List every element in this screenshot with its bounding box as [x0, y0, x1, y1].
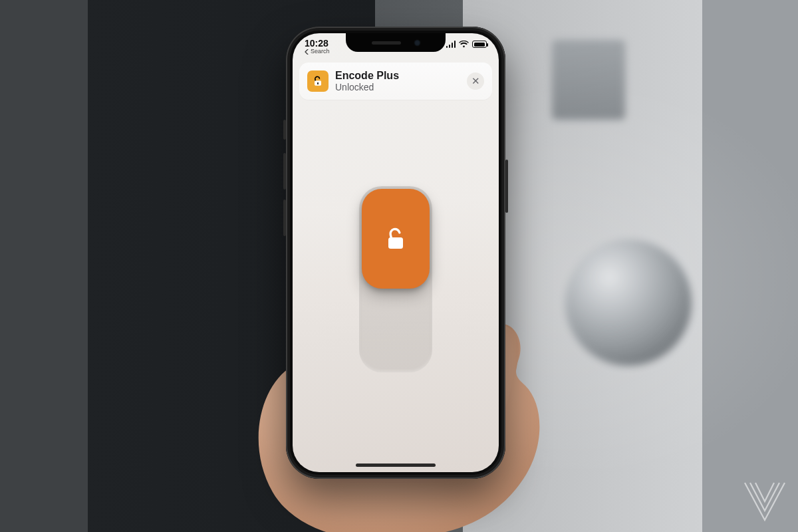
- earpiece-speaker: [372, 41, 401, 45]
- accessory-title: Encode Plus: [335, 70, 467, 82]
- cellular-signal-icon: [446, 41, 456, 48]
- close-button[interactable]: ✕: [467, 72, 484, 90]
- svg-rect-2: [388, 237, 403, 249]
- close-icon: ✕: [471, 75, 480, 86]
- accessory-status: Unlocked: [335, 82, 467, 92]
- iphone-device-frame: 10:28 Search: [286, 27, 505, 479]
- phone-screen: 10:28 Search: [293, 33, 499, 472]
- wifi-icon: [459, 41, 469, 48]
- unlocked-lock-icon: [311, 74, 325, 88]
- lock-toggle-thumb[interactable]: [362, 189, 430, 289]
- mute-switch: [283, 120, 286, 140]
- lock-toggle-track[interactable]: [359, 186, 432, 372]
- verge-watermark-icon: [741, 476, 789, 524]
- home-indicator[interactable]: [356, 464, 436, 467]
- accessory-icon-badge: [307, 70, 329, 92]
- background-door-plate: [552, 40, 625, 120]
- front-camera: [414, 40, 420, 46]
- svg-rect-1: [317, 82, 319, 84]
- hand-holding-phone: [233, 313, 579, 532]
- back-link-label: Search: [311, 49, 330, 55]
- battery-icon: [472, 41, 487, 48]
- unlocked-lock-icon: [384, 225, 407, 252]
- back-to-search-link[interactable]: Search: [305, 49, 330, 55]
- side-power-button: [505, 160, 508, 213]
- chevron-left-icon: [305, 49, 309, 55]
- photo-scene: 10:28 Search: [0, 0, 798, 532]
- volume-down-button: [283, 200, 286, 236]
- status-time: 10:28: [305, 39, 330, 48]
- background-door-knob: [565, 239, 692, 366]
- display-notch: [346, 33, 446, 52]
- volume-up-button: [283, 153, 286, 190]
- accessory-card-header: Encode Plus Unlocked ✕: [299, 63, 492, 100]
